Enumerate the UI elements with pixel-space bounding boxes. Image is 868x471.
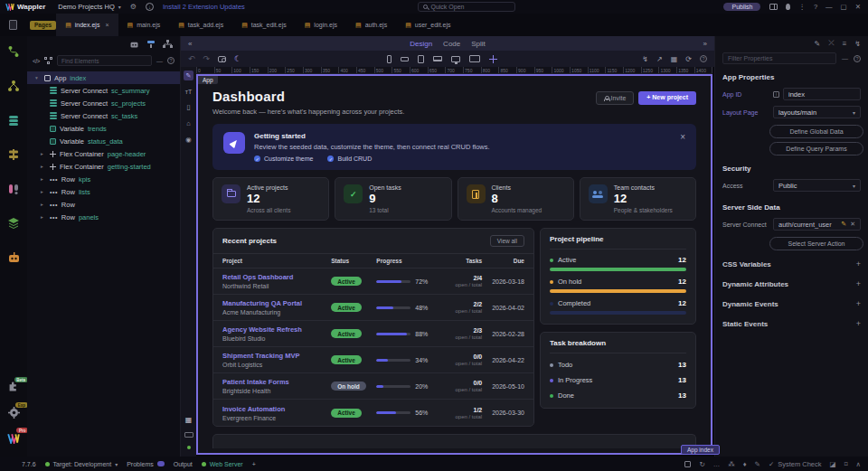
- table-row[interactable]: Manufacturing QA PortalAcme Manufacturin…: [213, 295, 533, 321]
- tree-item-row-lists[interactable]: ▸ ••• Rowlists: [27, 185, 180, 198]
- table-row[interactable]: Agency Website RefreshBluebird Studio Ac…: [213, 321, 533, 347]
- tree-item-sc-summary[interactable]: Server Connectsc_summary: [27, 84, 180, 97]
- problems-button[interactable]: Problems: [127, 461, 165, 467]
- view-all-button[interactable]: View all: [490, 235, 524, 247]
- apps-grid-icon[interactable]: ▦: [185, 416, 193, 424]
- eraser-icon[interactable]: ◪: [830, 460, 836, 468]
- tree-item-row-panels[interactable]: ▸ ••• Rowpanels: [27, 211, 180, 223]
- define-query-params-button[interactable]: Define Query Params: [769, 142, 863, 155]
- output-button[interactable]: Output: [174, 461, 193, 467]
- breadcrumb-app-index[interactable]: App index: [681, 445, 720, 455]
- plus-icon[interactable]: +: [856, 319, 861, 328]
- dynamic-lightning-icon[interactable]: ↯: [854, 40, 861, 48]
- define-global-data-button[interactable]: Define Global Data: [769, 125, 863, 138]
- check-customize-theme[interactable]: ✓ Customize theme: [254, 155, 313, 162]
- workflow-icon[interactable]: [44, 57, 52, 64]
- collapse-icon[interactable]: —: [842, 55, 848, 61]
- split-view-icon[interactable]: [769, 4, 778, 10]
- extension-updates-link[interactable]: Install 2 Extension Updates: [163, 3, 245, 11]
- table-row[interactable]: Retail Ops DashboardNorthwind Retail Act…: [213, 268, 533, 295]
- database-icon[interactable]: [7, 114, 20, 127]
- chevron-down-icon[interactable]: ▾: [35, 75, 41, 80]
- expand-right-icon[interactable]: »: [703, 40, 707, 48]
- stack-icon[interactable]: ≡: [843, 40, 847, 48]
- edit-mode-icon[interactable]: ✎: [184, 71, 193, 80]
- node-tree-icon[interactable]: [7, 80, 20, 92]
- close-tab-icon[interactable]: ×: [105, 22, 108, 28]
- device-frame-icon[interactable]: [184, 432, 193, 438]
- more-menu-icon[interactable]: ⋮: [798, 3, 806, 11]
- edit-properties-icon[interactable]: ✎: [815, 40, 821, 48]
- settings-gear-icon[interactable]: ⚙: [130, 4, 137, 11]
- tree-item-flex-getting-started[interactable]: ▸ Flex Containergetting-started: [27, 160, 180, 173]
- more-icon[interactable]: …: [713, 460, 721, 468]
- preview-eye-icon[interactable]: ◉: [185, 136, 192, 144]
- server-connect-value[interactable]: auth/current_user ✎ ✕: [773, 218, 861, 231]
- stop-icon[interactable]: [684, 461, 691, 467]
- tree-item-row[interactable]: ▸ ••• Row: [27, 198, 180, 211]
- updates-download-icon[interactable]: ↓: [146, 3, 154, 11]
- window-minimize-button[interactable]: —: [826, 3, 833, 11]
- chevron-right-icon[interactable]: ▸: [41, 151, 46, 156]
- screenshot-icon[interactable]: [218, 56, 226, 62]
- collapse-left-icon[interactable]: «: [188, 40, 192, 48]
- section-css-variables[interactable]: CSS Variables+: [715, 250, 868, 270]
- find-elements-input[interactable]: Find Elements: [57, 55, 152, 66]
- archive-icon[interactable]: ⌑: [844, 460, 848, 468]
- git-branch-icon[interactable]: [7, 45, 20, 58]
- select-server-action-button[interactable]: Select Server Action: [769, 237, 863, 250]
- tree-item-sc-tasks[interactable]: Server Connectsc_tasks: [27, 109, 180, 122]
- fluid-resize-icon[interactable]: [489, 55, 497, 63]
- tree-item-app-index[interactable]: ▾ App index: [27, 71, 180, 84]
- chevron-right-icon[interactable]: ▸: [41, 176, 46, 182]
- layout-page-select[interactable]: layouts/main▾: [773, 106, 861, 118]
- grid-view-icon[interactable]: ▦: [671, 55, 678, 63]
- nodes-icon[interactable]: ⁂: [728, 460, 735, 468]
- pages-badge[interactable]: Pages: [30, 21, 56, 30]
- theme-shirt-icon[interactable]: ⌂: [186, 119, 191, 127]
- device-tablet-icon[interactable]: [418, 55, 424, 63]
- typography-icon[interactable]: тT: [185, 89, 192, 95]
- filter-properties-input[interactable]: Filter Properties: [722, 52, 836, 64]
- route-icon[interactable]: ⤫: [828, 39, 834, 48]
- collapse-icon[interactable]: —: [156, 58, 163, 64]
- device-widescreen-icon[interactable]: [469, 55, 480, 62]
- format-paint-icon[interactable]: [146, 40, 156, 49]
- help-icon[interactable]: ?: [854, 55, 861, 62]
- pages-doc-icon[interactable]: [9, 20, 17, 30]
- tab-split[interactable]: Split: [471, 40, 486, 48]
- tree-item-variable-trends[interactable]: Variabletrends: [27, 122, 180, 135]
- tree-item-variable-status[interactable]: Variablestatus_data: [27, 135, 180, 147]
- table-row[interactable]: Patient Intake FormsBrightside Health On…: [213, 373, 533, 400]
- window-close-button[interactable]: ✕: [855, 3, 861, 11]
- table-row[interactable]: Invoice AutomationEvergreen Finance Acti…: [213, 400, 533, 426]
- chevron-right-icon[interactable]: ▸: [41, 202, 46, 207]
- check-build-crud[interactable]: ✓ Build CRUD: [327, 155, 372, 162]
- ai-robot-icon[interactable]: [7, 251, 21, 264]
- dark-mode-icon[interactable]: ☾: [234, 54, 241, 63]
- reload-icon[interactable]: ↻: [699, 460, 704, 468]
- table-row[interactable]: Shipment Tracking MVPOrbit Logistics Act…: [213, 347, 533, 373]
- invite-button[interactable]: Invite: [596, 91, 635, 105]
- chevron-right-icon[interactable]: ▸: [41, 214, 46, 220]
- access-select[interactable]: Public▾: [773, 179, 861, 192]
- help-icon[interactable]: ?: [700, 55, 707, 62]
- tab-login[interactable]: ▤login.ejs: [296, 14, 346, 36]
- section-dynamic-attributes[interactable]: Dynamic Attributes+: [715, 270, 868, 290]
- help-icon[interactable]: ?: [814, 3, 817, 11]
- org-chart-icon[interactable]: [163, 40, 173, 49]
- banner-close-icon[interactable]: ×: [680, 132, 685, 142]
- plus-icon[interactable]: +: [856, 279, 861, 288]
- tree-item-row-kpis[interactable]: ▸ ••• Rowkpis: [27, 173, 180, 185]
- project-selector[interactable]: Demo Projects HQ▾: [58, 3, 121, 11]
- lightning-icon[interactable]: ↯: [642, 55, 648, 63]
- tree-item-sc-projects[interactable]: Server Connectsc_projects: [27, 97, 180, 109]
- collapse-up-icon[interactable]: ∧: [856, 460, 862, 468]
- device-phone-landscape-icon[interactable]: [401, 57, 409, 61]
- new-project-button[interactable]: + New project: [638, 91, 696, 105]
- tab-index[interactable]: ▤ index.ejs ×: [56, 14, 118, 36]
- app-id-input[interactable]: index: [783, 88, 861, 100]
- tab-user-edit[interactable]: ▤user_edit.ejs: [396, 14, 459, 36]
- spacing-icon[interactable]: ▯: [186, 103, 190, 111]
- design-canvas[interactable]: Dashboard Invite + New project Welcome b…: [196, 74, 712, 455]
